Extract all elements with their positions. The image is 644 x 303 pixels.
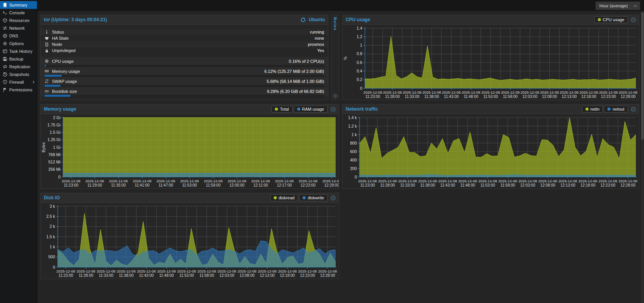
sidebar-item-resources[interactable]: Resources	[0, 17, 37, 24]
svg-text:2025-12-08: 2025-12-08	[109, 179, 128, 183]
legend-dot	[607, 108, 611, 111]
top-bar: Hour (average)	[37, 0, 644, 12]
snapshot-icon	[3, 72, 9, 77]
svg-text:12:11:00: 12:11:00	[253, 183, 268, 187]
svg-text:2025-12-08: 2025-12-08	[599, 90, 618, 94]
svg-text:12:18:00: 12:18:00	[581, 94, 596, 99]
svg-text:11:33:00: 11:33:00	[400, 183, 415, 187]
collapse-panel-icon[interactable]	[331, 195, 336, 200]
sidebar-item-firewall[interactable]: Firewall	[0, 78, 37, 86]
swap-icon	[45, 79, 52, 83]
time-range-select[interactable]: Hour (average)	[595, 2, 640, 10]
svg-text:2025-12-08: 2025-12-08	[258, 269, 277, 273]
svg-text:12:08:00: 12:08:00	[542, 94, 557, 99]
svg-text:12:28:00: 12:28:00	[621, 94, 636, 99]
legend-label: Total	[280, 107, 289, 111]
sidebar-item-summary[interactable]: Summary	[0, 1, 37, 9]
status-row-value: proxmox	[308, 42, 324, 47]
usage-row-label: CPU usage	[52, 59, 74, 64]
usage-progress-fill	[45, 95, 70, 97]
legend-label: CPU usage	[603, 17, 624, 22]
sidebar-item-snapshots[interactable]: Snapshots	[0, 71, 37, 78]
sidebar-item-label: Firewall	[9, 80, 24, 84]
usage-row-value: 0.16% of 2 CPU(s)	[289, 59, 324, 64]
legend-label: diskwrite	[308, 195, 324, 200]
scrollbar[interactable]	[641, 12, 644, 303]
sidebar-item-permissions[interactable]: Permissions	[0, 86, 37, 94]
svg-text:2025-12-08: 2025-12-08	[117, 269, 136, 273]
sidebar-item-dns[interactable]: DNS	[0, 32, 37, 40]
legend-diskwrite[interactable]: diskwrite	[299, 194, 328, 201]
legend-netin[interactable]: netin	[582, 106, 603, 113]
cpu-panel-title: CPU usage	[346, 17, 370, 22]
legend-diskread[interactable]: diskread	[270, 194, 298, 201]
cpu-panel-header: CPU usage CPU usage	[343, 15, 639, 25]
svg-text:2025-12-08: 2025-12-08	[251, 179, 270, 183]
svg-text:11:58:00: 11:58:00	[199, 273, 214, 278]
lock-icon	[45, 49, 52, 53]
svg-text:0.8: 0.8	[356, 51, 362, 56]
disk-panel-header: Disk IO diskreaddiskwrite	[41, 193, 339, 203]
legend-cpu-usage[interactable]: CPU usage	[594, 16, 628, 23]
svg-text:600: 600	[350, 149, 357, 154]
svg-text:0: 0	[53, 265, 55, 269]
sidebar-item-options[interactable]: Options	[0, 40, 37, 47]
svg-text:11:33:00: 11:33:00	[405, 94, 420, 99]
sidebar-item-task-history[interactable]: Task History	[0, 47, 37, 55]
memory-icon	[45, 69, 52, 73]
svg-text:256 Mi: 256 Mi	[48, 167, 60, 172]
sidebar-item-replication[interactable]: Replication	[0, 63, 37, 71]
legend-netout[interactable]: netout	[604, 106, 628, 113]
legend-total[interactable]: Total	[271, 106, 292, 113]
svg-text:2025-12-08: 2025-12-08	[422, 90, 441, 94]
svg-text:12:18:00: 12:18:00	[580, 183, 595, 187]
disk-panel-title: Disk IO	[44, 195, 60, 200]
svg-text:12:23:00: 12:23:00	[601, 94, 616, 99]
sidebar-item-label: Snapshots	[9, 72, 29, 77]
cpu-icon	[45, 59, 52, 63]
heartbeat-icon	[45, 36, 52, 40]
usage-row-label: SWAP usage	[52, 79, 77, 84]
usage-row-label: Bootdisk size	[52, 89, 77, 94]
svg-text:2025-12-08: 2025-12-08	[560, 90, 579, 94]
svg-text:3 k: 3 k	[50, 204, 55, 209]
svg-text:2025-12-08: 2025-12-08	[478, 179, 497, 183]
svg-text:11:47:00: 11:47:00	[159, 183, 174, 187]
usage-row-bootdisk-size: Bootdisk size9.28% (6.20 GiB of 66.82 Gi…	[41, 87, 328, 97]
replication-icon	[3, 64, 9, 69]
svg-text:2025-12-08: 2025-12-08	[298, 269, 317, 273]
svg-text:2 k: 2 k	[50, 224, 55, 229]
svg-text:11:23:00: 11:23:00	[64, 183, 79, 187]
sidebar-item-label: DNS	[9, 34, 18, 38]
svg-text:11:53:00: 11:53:00	[179, 273, 194, 278]
scrollbar-thumb[interactable]	[641, 12, 644, 140]
svg-text:0: 0	[58, 175, 60, 179]
sidebar-item-backup[interactable]: Backup	[0, 55, 37, 63]
usage-row-label: Memory usage	[52, 69, 80, 74]
legend-ram-usage[interactable]: RAM usage	[294, 106, 328, 113]
svg-text:11:48:00: 11:48:00	[460, 183, 475, 187]
svg-text:200: 200	[350, 166, 357, 171]
collapse-panel-icon[interactable]	[631, 107, 636, 112]
expand-notes-icon[interactable]	[333, 94, 338, 98]
status-row-value: Yes	[317, 48, 324, 53]
memory-panel-title: Memory usage	[44, 106, 76, 112]
sidebar-item-console[interactable]: Console	[0, 9, 37, 17]
svg-text:2025-12-08: 2025-12-08	[498, 179, 517, 183]
ubuntu-icon	[301, 17, 306, 22]
svg-text:2025-12-08: 2025-12-08	[458, 179, 477, 183]
cpu-usage-panel: CPU usage CPU usage 00.20.40.60.811.21.4…	[342, 15, 639, 100]
svg-text:11:38:00: 11:38:00	[424, 94, 439, 99]
svg-text:12:23:00: 12:23:00	[300, 273, 315, 278]
sidebar-item-network[interactable]: Network	[0, 24, 37, 32]
disk-io-panel: Disk IO diskreaddiskwrite 05001 k1.5 k2 …	[40, 193, 339, 279]
svg-text:11:59:00: 11:59:00	[206, 183, 221, 187]
collapse-panel-icon[interactable]	[331, 107, 336, 112]
svg-text:11:53:00: 11:53:00	[480, 183, 495, 187]
status-row-unprivileged: UnprivilegedYes	[41, 47, 328, 54]
legend-dot	[275, 108, 278, 111]
memory-usage-chart: 0256 Mi512 Mi768 Mi1 Gi1.25 Gi1.5 Gi1.75…	[41, 114, 339, 189]
collapse-panel-icon[interactable]	[631, 17, 636, 22]
notes-collapsed-tab[interactable]: Notes	[331, 15, 339, 100]
status-row-label: HA State	[52, 36, 69, 40]
